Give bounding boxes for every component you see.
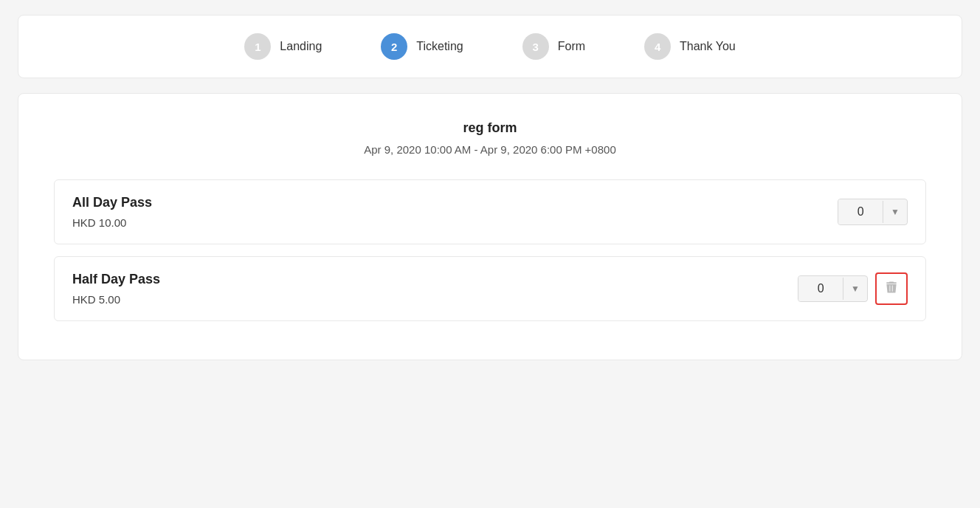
main-card: reg form Apr 9, 2020 10:00 AM - Apr 9, 2… bbox=[18, 93, 962, 360]
stepper: 1 Landing 2 Ticketing 3 Form 4 Thank You bbox=[18, 15, 962, 78]
step-circle-1: 1 bbox=[244, 33, 271, 60]
step-landing: 1 Landing bbox=[244, 33, 322, 60]
event-title: reg form bbox=[54, 120, 926, 136]
chevron-down-icon-all-day[interactable]: ▼ bbox=[883, 201, 907, 223]
ticket-price-half-day: HKD 5.00 bbox=[72, 293, 160, 306]
step-circle-3: 3 bbox=[522, 33, 549, 60]
step-circle-4: 4 bbox=[644, 33, 671, 60]
step-label-landing: Landing bbox=[280, 40, 322, 53]
step-form: 3 Form bbox=[522, 33, 585, 60]
step-label-form: Form bbox=[558, 40, 585, 53]
ticket-row-half-day: Half Day Pass HKD 5.00 0 ▼ bbox=[54, 256, 926, 321]
ticket-controls-half-day: 0 ▼ bbox=[798, 272, 908, 305]
step-thank-you: 4 Thank You bbox=[644, 33, 736, 60]
ticket-controls-all-day: 0 ▼ bbox=[838, 199, 908, 225]
quantity-value-all-day: 0 bbox=[838, 199, 883, 224]
step-label-thank-you: Thank You bbox=[680, 40, 736, 53]
ticket-info-half-day: Half Day Pass HKD 5.00 bbox=[72, 272, 160, 306]
ticket-row-all-day: All Day Pass HKD 10.00 0 ▼ bbox=[54, 179, 926, 244]
step-circle-2: 2 bbox=[381, 33, 407, 60]
quantity-box-all-day[interactable]: 0 ▼ bbox=[838, 199, 908, 225]
quantity-box-half-day[interactable]: 0 ▼ bbox=[798, 275, 868, 302]
ticket-name-half-day: Half Day Pass bbox=[72, 272, 160, 287]
step-label-ticketing: Ticketing bbox=[416, 40, 463, 53]
chevron-down-icon-half-day[interactable]: ▼ bbox=[843, 278, 867, 300]
delete-ticket-button[interactable] bbox=[875, 272, 908, 305]
ticket-name-all-day: All Day Pass bbox=[72, 195, 152, 210]
step-ticketing: 2 Ticketing bbox=[381, 33, 463, 60]
quantity-value-half-day: 0 bbox=[798, 276, 843, 301]
ticket-price-all-day: HKD 10.00 bbox=[72, 216, 152, 229]
event-date: Apr 9, 2020 10:00 AM - Apr 9, 2020 6:00 … bbox=[54, 143, 926, 156]
trash-icon bbox=[884, 280, 899, 298]
page-wrapper: 1 Landing 2 Ticketing 3 Form 4 Thank You… bbox=[18, 15, 962, 360]
ticket-info-all-day: All Day Pass HKD 10.00 bbox=[72, 195, 152, 229]
